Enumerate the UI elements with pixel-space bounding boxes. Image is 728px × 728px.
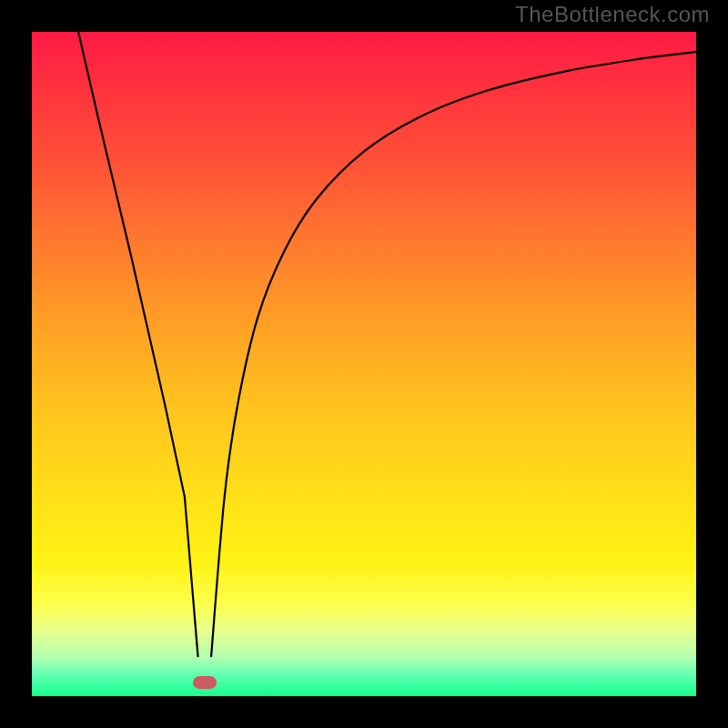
curve-right-branch	[211, 52, 696, 656]
watermark-text: TheBottleneck.com	[515, 2, 710, 27]
plot-area	[32, 32, 696, 696]
curve-left-branch	[78, 32, 197, 656]
minimum-marker	[193, 676, 217, 689]
chart-frame: TheBottleneck.com	[0, 0, 728, 728]
curve-layer	[32, 32, 696, 696]
